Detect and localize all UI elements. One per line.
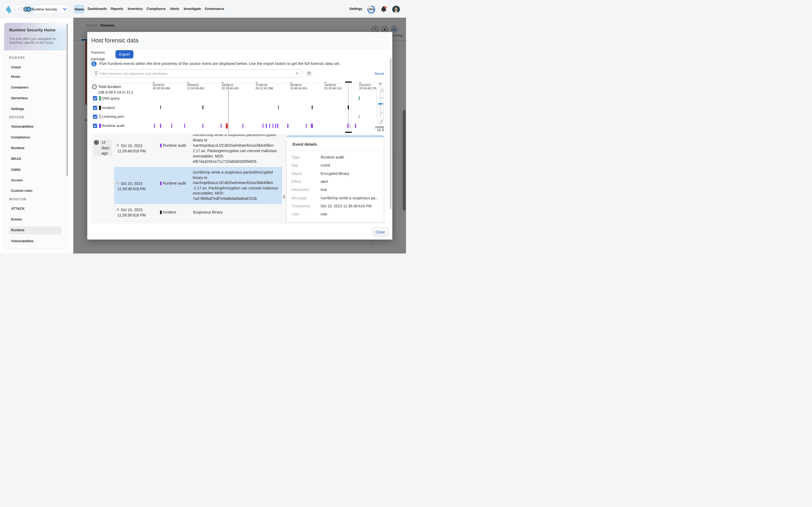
svg-text:78%: 78%: [368, 8, 374, 11]
